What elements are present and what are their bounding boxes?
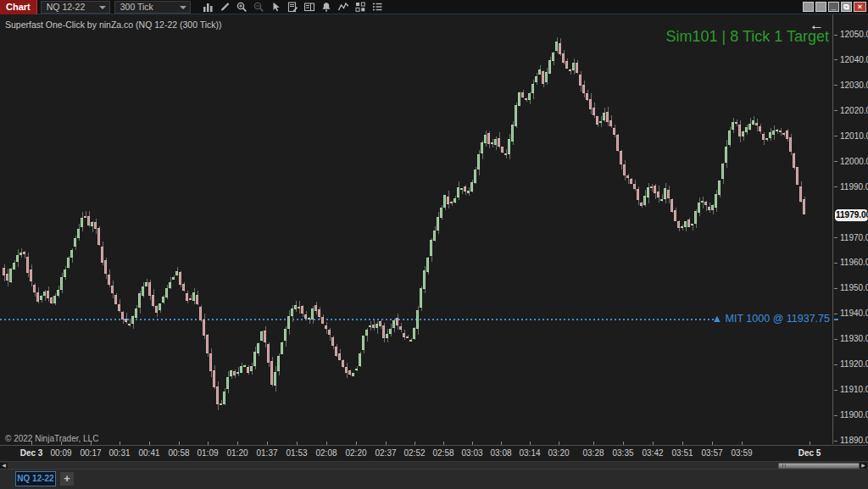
candle <box>94 222 97 228</box>
price-axis-label: 12050.00 <box>840 30 868 39</box>
candle <box>328 330 331 336</box>
candle <box>426 258 429 273</box>
candle <box>175 271 178 275</box>
zoom-in-icon[interactable] <box>235 1 249 14</box>
candle <box>440 208 442 219</box>
toolbar-icon-strip <box>201 1 385 14</box>
chart-trader-icon[interactable] <box>303 1 317 14</box>
candle <box>108 275 110 285</box>
tab-nq-12-22[interactable]: NQ 12-22 <box>15 471 56 486</box>
candle <box>240 366 242 373</box>
mit-order-label[interactable]: ▲ MIT 1000 @ 11937.75 <box>712 313 830 325</box>
candle <box>3 268 5 275</box>
cursor-icon[interactable] <box>269 1 283 14</box>
candle <box>447 197 449 204</box>
chart-plot-area[interactable]: Superfast One-Click by ninZa.co (NQ 12-2… <box>0 14 833 444</box>
candle <box>321 317 324 324</box>
time-axis-tick <box>559 442 559 445</box>
candle <box>565 61 568 69</box>
candle <box>552 53 554 61</box>
candle <box>460 188 463 190</box>
minimize-button[interactable]: _ <box>828 2 839 12</box>
time-axis-tick <box>208 442 209 445</box>
time-axis-label: 01:09 <box>197 448 218 458</box>
zoom-out-icon <box>252 1 266 14</box>
candle-wick <box>238 367 239 376</box>
time-axis-tick <box>443 442 444 445</box>
candle <box>60 277 63 290</box>
candle <box>26 257 29 273</box>
scrollbar-thumb[interactable] <box>778 463 860 469</box>
horizontal-scrollbar[interactable]: ◀ ▶ <box>0 461 868 469</box>
candle <box>755 123 758 126</box>
candle <box>362 336 364 350</box>
time-axis-tick <box>386 442 387 445</box>
time-axis[interactable]: Dec 300:0900:1700:3100:4100:5801:0901:20… <box>0 445 868 461</box>
candle <box>84 216 86 218</box>
back-arrow-icon[interactable]: ← <box>810 18 824 32</box>
candle <box>389 329 392 334</box>
close-button[interactable]: × <box>854 2 866 12</box>
candle <box>23 252 25 254</box>
price-axis[interactable]: 11979.00 12050.0012040.0012030.0012020.0… <box>834 14 868 444</box>
price-axis-tick <box>834 364 837 365</box>
price-axis-label: 12020.00 <box>840 106 868 115</box>
candle <box>735 122 737 124</box>
candle <box>260 331 263 341</box>
candle <box>531 84 534 93</box>
candle <box>281 342 283 353</box>
instrument-link-button[interactable] <box>803 2 814 12</box>
candle <box>264 331 266 342</box>
candle <box>114 295 117 304</box>
window-controls: _⧉× <box>803 2 866 12</box>
instrument-dropdown[interactable]: NQ 12-22 <box>41 1 110 14</box>
candle <box>721 164 724 179</box>
candle <box>633 184 636 189</box>
time-axis-tick <box>267 442 268 445</box>
price-axis-label: 11940.00 <box>840 308 868 318</box>
indicators-icon[interactable] <box>337 1 351 14</box>
candle <box>559 43 561 54</box>
candle-wick <box>130 319 131 327</box>
time-axis-label: 03:59 <box>731 448 752 458</box>
price-axis-tick <box>834 136 837 136</box>
time-axis-label: 03:03 <box>461 448 482 458</box>
candle <box>687 219 690 227</box>
restore-button[interactable]: ⧉ <box>841 2 852 12</box>
candle <box>287 316 290 329</box>
add-tab-button[interactable]: + <box>60 472 74 486</box>
time-axis-label: 01:53 <box>286 448 307 458</box>
candle <box>186 293 188 301</box>
mit-order-line[interactable] <box>0 319 716 320</box>
candle <box>9 269 12 282</box>
price-axis-tick <box>834 59 837 60</box>
candle <box>392 320 395 328</box>
properties-icon[interactable] <box>370 1 385 14</box>
time-axis-label: 00:17 <box>80 448 101 458</box>
candle <box>477 154 480 169</box>
candle <box>481 142 483 153</box>
candle <box>206 335 209 353</box>
interval-dropdown[interactable]: 300 Tick <box>114 1 191 14</box>
alerts-icon[interactable] <box>320 1 334 14</box>
candle <box>128 324 131 325</box>
time-axis-tick <box>31 442 32 445</box>
data-box-icon[interactable] <box>286 1 300 14</box>
candle <box>308 318 310 320</box>
interval-link-button[interactable] <box>815 2 826 12</box>
candle <box>501 147 504 153</box>
candle <box>304 314 307 319</box>
scroll-right-icon[interactable]: ▶ <box>860 463 867 469</box>
candle <box>728 131 731 146</box>
time-axis-tick <box>179 442 180 445</box>
time-axis-label: 00:09 <box>50 448 71 458</box>
strategies-icon[interactable] <box>353 1 368 14</box>
candle <box>318 309 320 317</box>
candle <box>369 325 371 327</box>
chart-style-icon[interactable] <box>201 1 215 14</box>
candle <box>169 282 171 288</box>
drawing-tools-icon[interactable] <box>218 1 232 14</box>
scroll-left-icon[interactable]: ◀ <box>0 463 8 469</box>
candle <box>416 310 419 329</box>
candle <box>772 131 775 135</box>
